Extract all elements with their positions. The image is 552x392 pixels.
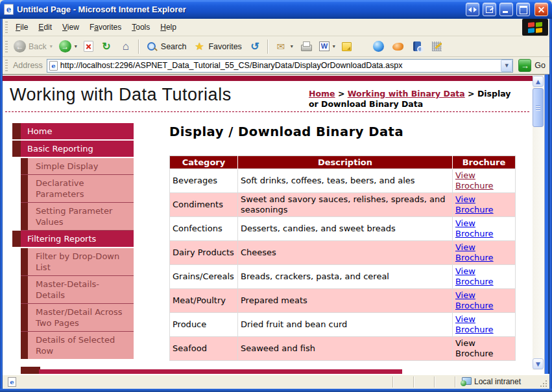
edit-with-word-dropdown-icon[interactable]: ▾ (333, 43, 335, 49)
zone-label: Local intranet (474, 377, 521, 386)
table-row-dairy-products: Dairy ProductsCheesesView Brochure (170, 241, 516, 265)
search-label: Search (161, 42, 187, 51)
header-divider (5, 111, 529, 112)
standard-toolbar: ←Back▾→▾↻⌂Search★Favorites↺✉▾W▾ (3, 36, 549, 57)
go-button[interactable]: → (518, 59, 531, 72)
back-dropdown-icon[interactable]: ▾ (50, 43, 53, 49)
menu-indent-decoration (21, 175, 28, 202)
sidebar-item-declarative-parameters[interactable]: Declarative Parameters (21, 175, 134, 203)
view-brochure-link[interactable]: View Brochure (455, 314, 494, 334)
print-icon (300, 40, 313, 53)
search-button[interactable]: Search (142, 38, 190, 55)
vertical-scrollbar[interactable]: ▲ ▼ (533, 75, 544, 370)
table-row-confections: ConfectionsDesserts, candies, and sweet … (170, 217, 516, 241)
window-title: Untitled Page - Microsoft Internet Explo… (17, 5, 462, 14)
quick-link-button[interactable] (389, 38, 408, 55)
view-brochure-link[interactable]: View Brochure (455, 242, 494, 262)
close-button[interactable] (534, 3, 548, 16)
description-cell: Dried fruit and bean curd (238, 313, 453, 337)
sidebar-item-master-details-details[interactable]: Master-Details-Details (21, 276, 134, 304)
mail-button[interactable]: ✉▾ (271, 38, 296, 55)
menu-item-file[interactable]: File (10, 20, 33, 34)
menu-indent-decoration (21, 158, 28, 174)
category-cell: Confections (170, 217, 238, 241)
menu-item-help[interactable]: Help (155, 20, 182, 34)
table-body: BeveragesSoft drinks, coffees, teas, bee… (170, 169, 516, 361)
status-pane (434, 376, 455, 387)
sidebar-item-filtering-reports[interactable]: Filtering Reports (12, 231, 134, 247)
brochure-cell: View Brochure (453, 169, 516, 193)
mail-dropdown-icon[interactable]: ▾ (291, 43, 293, 49)
category-cell: Produce (170, 313, 238, 337)
toolbar-grip[interactable] (5, 41, 8, 52)
scroll-down-button[interactable]: ▼ (533, 358, 544, 369)
site-title: Working with Data Tutorials (10, 85, 232, 105)
discuss-icon (342, 42, 352, 51)
table-row-grains-cereals: Grains/CerealsBreads, crackers, pasta, a… (170, 265, 516, 289)
resize-grip[interactable] (539, 375, 549, 389)
discuss-button[interactable] (339, 40, 355, 53)
home-button[interactable]: ⌂ (116, 38, 136, 55)
address-dropdown-button[interactable]: ▼ (501, 60, 512, 72)
address-url[interactable]: http://localhost:2296/ASPNET_Data_Tutori… (60, 61, 501, 70)
menu-item-tools[interactable]: Tools (126, 20, 155, 34)
menu-item-edit[interactable]: Edit (33, 20, 57, 34)
stop-button[interactable] (80, 39, 97, 54)
ie-page-icon (4, 4, 14, 15)
export-window-button[interactable] (483, 3, 496, 16)
view-brochure-link[interactable]: View Brochure (455, 194, 494, 214)
sidebar-item-filter-by-drop-down-list[interactable]: Filter by Drop-Down List (21, 248, 134, 276)
category-cell: Meat/Poultry (170, 289, 238, 313)
toolbar-grip[interactable] (5, 21, 8, 33)
view-brochure-link[interactable]: View Brochure (455, 266, 494, 286)
forward-button[interactable]: →▾ (56, 38, 80, 54)
messenger-button[interactable] (369, 38, 389, 55)
forward-dropdown-icon[interactable]: ▾ (75, 43, 77, 49)
back-label: Back (29, 42, 47, 51)
menu-indent-decoration (21, 248, 28, 275)
sidebar-item-home[interactable]: Home (12, 123, 134, 139)
menu-square-decoration (12, 123, 21, 139)
scroll-up-button[interactable]: ▲ (533, 76, 544, 87)
security-zone: Local intranet (455, 376, 539, 387)
document-icon (8, 377, 16, 387)
sidebar-item-master-detail-across-two-pages[interactable]: Master/Detail Across Two Pages (21, 304, 134, 332)
history-button[interactable]: ↺ (245, 38, 265, 55)
view-brochure-link[interactable]: View Brochure (455, 218, 494, 238)
breadcrumb-link-working-with-binary-data[interactable]: Working with Binary Data (348, 89, 465, 98)
description-cell: Sweet and savory sauces, relishes, sprea… (238, 193, 453, 217)
minimize-button[interactable] (499, 3, 513, 16)
menu-item-favorites[interactable]: Favorites (84, 20, 126, 34)
windows-logo-throbber (522, 19, 548, 36)
brochure-cell: View Brochure (453, 289, 516, 313)
window-border-right (549, 19, 552, 389)
breadcrumb-link-home[interactable]: Home (309, 89, 335, 98)
favorites-button[interactable]: ★Favorites (189, 38, 245, 55)
sidebar-item-details-of-selected-row[interactable]: Details of Selected Row (21, 332, 134, 359)
column-header-description: Description (238, 156, 453, 169)
address-input[interactable]: http://localhost:2296/ASPNET_Data_Tutori… (47, 59, 513, 73)
go-label[interactable]: Go (534, 61, 546, 70)
description-cell: Cheeses (238, 241, 453, 265)
refresh-button[interactable]: ↻ (97, 38, 116, 55)
menu-item-view[interactable]: View (57, 20, 84, 34)
table-row-condiments: CondimentsSweet and savory sauces, relis… (170, 193, 516, 217)
print-button[interactable] (296, 38, 316, 55)
edit-with-word-button[interactable]: W▾ (316, 40, 339, 53)
scrollbar-thumb[interactable] (533, 88, 544, 127)
address-label: Address (13, 61, 43, 70)
toolbar-separator (138, 40, 139, 54)
view-brochure-link[interactable]: View Brochure (455, 170, 494, 190)
category-cell: Seafood (170, 337, 238, 361)
research-button[interactable] (408, 38, 427, 55)
view-brochure-link[interactable]: View Brochure (455, 290, 494, 310)
sidebar-item-setting-parameter-values[interactable]: Setting Parameter Values (21, 203, 134, 231)
sidebar-item-label: Setting Parameter Values (28, 203, 134, 230)
sidebar-item-basic-reporting[interactable]: Basic Reporting (12, 141, 134, 157)
sidebar-item-simple-display[interactable]: Simple Display (21, 158, 134, 175)
toolbar-extension-button[interactable] (427, 38, 447, 55)
nav-arrows-button[interactable] (466, 3, 479, 16)
sidebar-item-label: Home (21, 123, 134, 139)
maximize-button[interactable] (516, 3, 530, 16)
toolbar-grip[interactable] (5, 60, 8, 71)
